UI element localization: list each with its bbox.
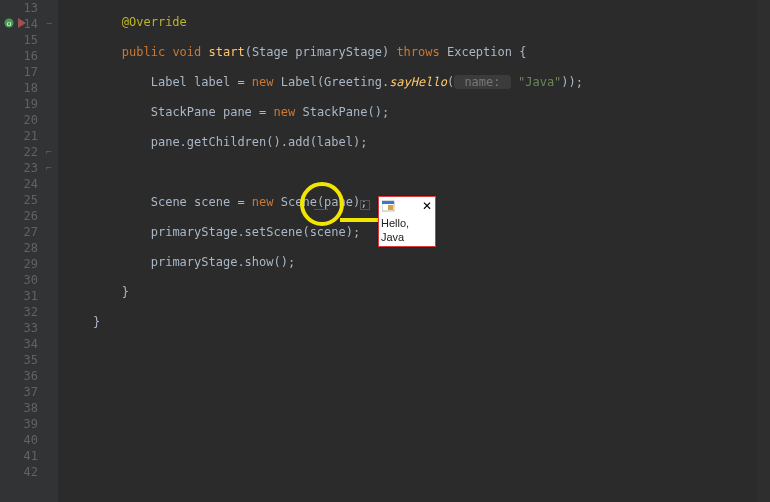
code-line: }	[64, 314, 770, 330]
line-number: 39	[0, 416, 38, 432]
code-line	[64, 164, 770, 180]
code-line: pane.getChildren().add(label);	[64, 134, 770, 150]
line-number: 30	[0, 272, 38, 288]
window-content-label: Hello, Java	[379, 215, 435, 246]
svg-text:o: o	[7, 19, 12, 28]
line-number: 37	[0, 384, 38, 400]
code-line: Label label = new Label(Greeting.sayHell…	[64, 74, 770, 90]
line-number: 31	[0, 288, 38, 304]
line-number: 41	[0, 448, 38, 464]
run-gutter-icon[interactable]	[16, 17, 26, 27]
code-area[interactable]: @Override public void start(Stage primar…	[58, 0, 770, 502]
fold-end-icon[interactable]: ⌐	[46, 144, 52, 160]
line-number: 26	[0, 208, 38, 224]
line-number: 33	[0, 320, 38, 336]
window-titlebar[interactable]: ✕	[379, 197, 435, 215]
fold-toggle-icon[interactable]: −	[46, 16, 52, 32]
line-number: 28	[0, 240, 38, 256]
line-number: 42	[0, 464, 38, 480]
line-number: 38	[0, 400, 38, 416]
window-maximize-icon[interactable]	[360, 200, 370, 210]
parameter-hint: name:	[454, 75, 511, 89]
line-number: 27	[0, 224, 38, 240]
code-line: public void start(Stage primaryStage) th…	[64, 44, 770, 60]
line-number: 13	[0, 0, 38, 16]
line-number: 32	[0, 304, 38, 320]
java-app-icon	[382, 200, 396, 212]
line-number: 21	[0, 128, 38, 144]
svg-marker-2	[18, 18, 26, 28]
code-line: @Override	[64, 14, 770, 30]
svg-rect-5	[382, 201, 394, 204]
fold-column: − ⌐ ⌐	[44, 0, 58, 502]
line-number: 19	[0, 96, 38, 112]
line-number: 35	[0, 352, 38, 368]
code-line: primaryStage.show();	[64, 254, 770, 270]
line-number: 25	[0, 192, 38, 208]
code-line: StackPane pane = new StackPane();	[64, 104, 770, 120]
line-number: 15	[0, 32, 38, 48]
code-line: }	[64, 284, 770, 300]
fold-end-icon[interactable]: ⌐	[46, 160, 52, 176]
line-number-gutter: o 13 14 15 16 17 18 19 20 21 22 23 24 25…	[0, 0, 44, 502]
close-icon[interactable]: ✕	[422, 200, 432, 212]
code-editor[interactable]: o 13 14 15 16 17 18 19 20 21 22 23 24 25…	[0, 0, 770, 502]
line-number: 17	[0, 64, 38, 80]
svg-rect-3	[361, 201, 370, 210]
line-number: 16	[0, 48, 38, 64]
line-number: 22	[0, 144, 38, 160]
line-number: 36	[0, 368, 38, 384]
line-number: 29	[0, 256, 38, 272]
svg-rect-6	[388, 205, 393, 210]
override-gutter-icon: o	[4, 17, 14, 27]
app-output-window[interactable]: ✕ Hello, Java	[378, 196, 436, 247]
line-number: 23	[0, 160, 38, 176]
line-number: 18	[0, 80, 38, 96]
line-number: 20	[0, 112, 38, 128]
line-number: 24	[0, 176, 38, 192]
line-number: 34	[0, 336, 38, 352]
scrollbar[interactable]	[758, 0, 770, 502]
window-minimize-icon[interactable]: —	[314, 200, 328, 216]
line-number: 40	[0, 432, 38, 448]
